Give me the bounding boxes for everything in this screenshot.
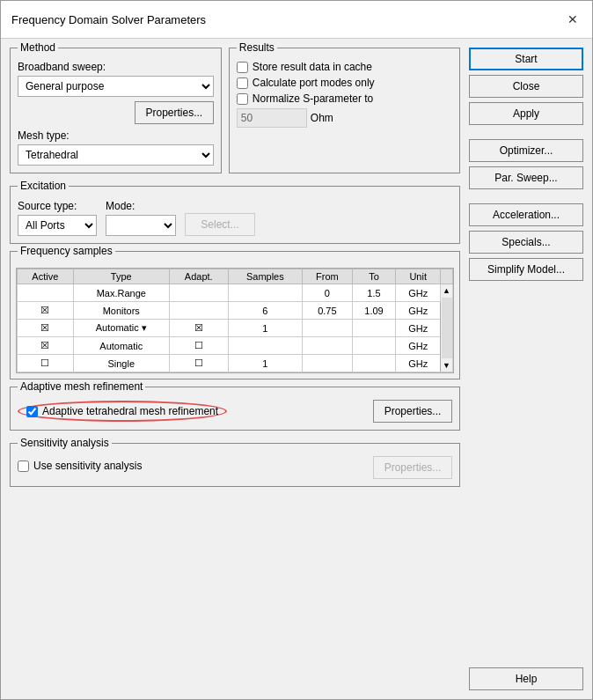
dialog: Frequency Domain Solver Parameters ✕ Met… bbox=[0, 0, 593, 700]
col-type: Type bbox=[73, 269, 169, 284]
sensitivity-checkbox[interactable] bbox=[18, 461, 29, 472]
excitation-group: Excitation Source type: All Ports Port 1… bbox=[10, 186, 460, 244]
row4-adapt: ☐ bbox=[169, 337, 228, 355]
row4-samples bbox=[228, 337, 303, 355]
row5-type: Single bbox=[73, 355, 169, 372]
select-button[interactable]: Select... bbox=[185, 213, 255, 236]
excitation-title: Excitation bbox=[18, 180, 69, 192]
row3-unit: GHz bbox=[396, 320, 441, 337]
mesh-type-label: Mesh type: bbox=[18, 129, 214, 142]
row4-from bbox=[303, 337, 353, 355]
results-group-title: Results bbox=[237, 41, 277, 54]
sensitivity-properties-button[interactable]: Properties... bbox=[373, 456, 452, 479]
dialog-title: Frequency Domain Solver Parameters bbox=[11, 13, 206, 26]
row5-to bbox=[352, 355, 396, 372]
scrollbar[interactable]: ▲ ▼ bbox=[441, 284, 453, 372]
row2-from: 0.75 bbox=[303, 302, 353, 320]
start-button[interactable]: Start bbox=[469, 48, 583, 70]
row1-samples bbox=[228, 284, 303, 302]
row2-active: ☒ bbox=[18, 302, 74, 320]
table-row: ☐ Single ☐ 1 GHz bbox=[18, 355, 453, 372]
specials-button[interactable]: Specials... bbox=[469, 231, 583, 254]
row5-unit: GHz bbox=[396, 355, 441, 372]
store-cache-label: Store result data in cache bbox=[253, 61, 372, 73]
ohm-input[interactable] bbox=[237, 108, 307, 128]
adaptive-mesh-label: Adaptive tetrahedral mesh refinement bbox=[42, 405, 218, 417]
frequency-samples-group: Frequency samples Active Type Adapt. Sam… bbox=[10, 251, 460, 379]
title-bar: Frequency Domain Solver Parameters ✕ bbox=[1, 1, 592, 39]
row4-active: ☒ bbox=[18, 337, 74, 355]
table-row: ☒ Automatic ▾ ☒ 1 GHz bbox=[18, 320, 453, 337]
row3-from bbox=[303, 320, 353, 337]
adaptive-properties-button[interactable]: Properties... bbox=[373, 400, 452, 423]
simplify-model-button[interactable]: Simplify Model... bbox=[469, 258, 583, 281]
table-row: ☒ Monitors 6 0.75 1.09 GHz bbox=[18, 302, 453, 320]
sensitivity-label: Use sensitivity analysis bbox=[33, 460, 142, 472]
mode-select[interactable] bbox=[106, 215, 176, 236]
row4-to bbox=[352, 337, 396, 355]
col-to: To bbox=[352, 269, 396, 284]
mode-label: Mode: bbox=[106, 200, 176, 212]
optimizer-button[interactable]: Optimizer... bbox=[469, 139, 583, 162]
row5-adapt: ☐ bbox=[169, 355, 228, 372]
row5-samples: 1 bbox=[228, 355, 303, 372]
table-row: ☒ Automatic ☐ GHz bbox=[18, 337, 453, 355]
normalize-row: Normalize S-parameter to bbox=[237, 92, 452, 105]
broadband-select[interactable]: General purpose Interpolated Fast bbox=[18, 76, 214, 97]
row1-unit: GHz bbox=[396, 284, 441, 302]
frequency-samples-table-wrapper: Active Type Adapt. Samples From To Unit bbox=[16, 268, 454, 373]
scroll-header bbox=[441, 269, 453, 284]
source-type-select[interactable]: All Ports Port 1 bbox=[18, 215, 97, 236]
adaptive-mesh-checkbox[interactable] bbox=[26, 406, 38, 417]
results-group: Results Store result data in cache Calcu… bbox=[229, 48, 460, 173]
row5-from bbox=[303, 355, 353, 372]
help-button[interactable]: Help bbox=[469, 667, 583, 690]
left-panel: Method Broadband sweep: General purpose … bbox=[10, 48, 460, 690]
row3-samples: 1 bbox=[228, 320, 303, 337]
col-samples: Samples bbox=[228, 269, 303, 284]
source-type-label: Source type: bbox=[18, 200, 97, 212]
par-sweep-button[interactable]: Par. Sweep... bbox=[469, 166, 583, 189]
dialog-body: Method Broadband sweep: General purpose … bbox=[1, 39, 592, 699]
row1-type: Max.Range bbox=[73, 284, 169, 302]
sensitivity-row: Use sensitivity analysis Properties... bbox=[18, 456, 452, 479]
row2-unit: GHz bbox=[396, 302, 441, 320]
store-cache-row: Store result data in cache bbox=[237, 61, 452, 73]
sensitivity-checkbox-row: Use sensitivity analysis bbox=[18, 460, 142, 472]
method-group: Method Broadband sweep: General purpose … bbox=[10, 48, 222, 173]
row2-samples: 6 bbox=[228, 302, 303, 320]
row2-adapt bbox=[169, 302, 228, 320]
frequency-samples-table: Active Type Adapt. Samples From To Unit bbox=[17, 269, 453, 372]
row4-type: Automatic bbox=[73, 337, 169, 355]
row3-type: Automatic ▾ bbox=[73, 320, 169, 337]
normalize-checkbox[interactable] bbox=[237, 93, 248, 105]
properties-button-method[interactable]: Properties... bbox=[135, 101, 214, 124]
sensitivity-title: Sensitivity analysis bbox=[18, 437, 112, 449]
col-adapt: Adapt. bbox=[169, 269, 228, 284]
close-button[interactable]: Close bbox=[469, 75, 583, 98]
row1-active bbox=[18, 284, 74, 302]
frequency-samples-title: Frequency samples bbox=[18, 245, 115, 257]
port-modes-row: Calculate port modes only bbox=[237, 77, 452, 89]
ohm-row: Ohm bbox=[237, 108, 452, 128]
method-group-title: Method bbox=[18, 41, 58, 54]
close-icon-button[interactable]: ✕ bbox=[564, 8, 582, 31]
col-active: Active bbox=[18, 269, 74, 284]
row1-to: 1.5 bbox=[352, 284, 396, 302]
adaptive-checkbox-highlight: Adaptive tetrahedral mesh refinement bbox=[18, 401, 227, 422]
top-row: Method Broadband sweep: General purpose … bbox=[10, 48, 460, 173]
row4-unit: GHz bbox=[396, 337, 441, 355]
mesh-type-select[interactable]: Tetrahedral Hexahedral bbox=[18, 144, 214, 166]
row3-adapt: ☒ bbox=[169, 320, 228, 337]
right-panel: Start Close Apply Optimizer... Par. Swee… bbox=[469, 48, 583, 690]
port-modes-label: Calculate port modes only bbox=[253, 77, 375, 89]
normalize-label: Normalize S-parameter to bbox=[253, 92, 373, 105]
apply-button[interactable]: Apply bbox=[469, 102, 583, 125]
ohm-unit: Ohm bbox=[311, 112, 333, 124]
port-modes-checkbox[interactable] bbox=[237, 77, 248, 89]
sensitivity-group: Sensitivity analysis Use sensitivity ana… bbox=[10, 443, 460, 487]
acceleration-button[interactable]: Acceleration... bbox=[469, 203, 583, 226]
row5-active: ☐ bbox=[18, 355, 74, 372]
store-cache-checkbox[interactable] bbox=[237, 62, 248, 73]
table-row: Max.Range 0 1.5 GHz ▲ bbox=[18, 284, 453, 302]
